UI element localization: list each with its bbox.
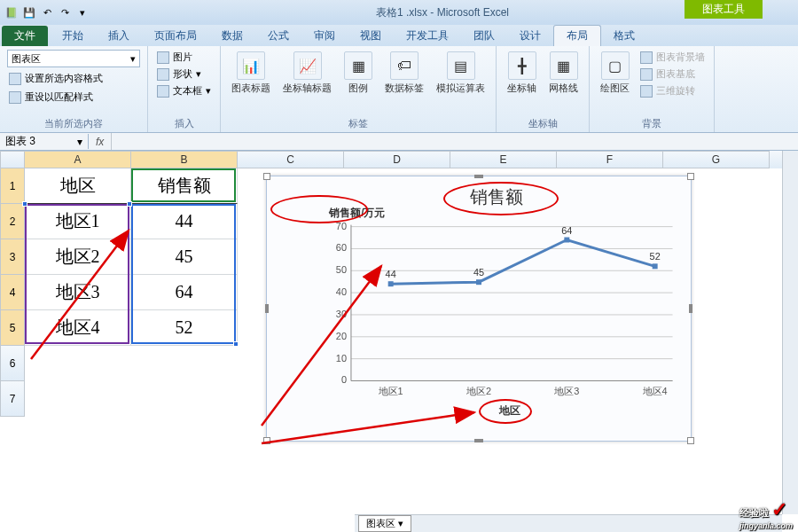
name-box[interactable]: 图表 3▾ (0, 134, 89, 149)
col-header-e[interactable]: E (450, 151, 557, 168)
group-label: 插入 (155, 115, 213, 130)
select-all-button[interactable] (0, 151, 25, 168)
tab-data[interactable]: 数据 (209, 26, 255, 46)
cell-b4[interactable]: 64 (131, 275, 238, 310)
tab-developer[interactable]: 开发工具 (394, 26, 461, 46)
title-bar: 📗 💾 ↶ ↷ ▾ 表格1 .xlsx - Microsoft Excel 图表… (0, 0, 798, 25)
dropdown-icon[interactable]: ▾ (77, 136, 82, 148)
excel-icon[interactable]: 📗 (4, 4, 20, 20)
save-icon[interactable]: 💾 (21, 4, 37, 20)
svg-text:60: 60 (336, 242, 347, 253)
cell-b1[interactable]: 销售额 (131, 168, 238, 204)
cell-b3[interactable]: 45 (131, 239, 238, 275)
axis-titles-button[interactable]: 📈坐标轴标题 (279, 50, 335, 97)
floor-icon (640, 68, 653, 81)
qat-dropdown-icon[interactable]: ▾ (74, 4, 90, 20)
col-header-f[interactable]: F (557, 151, 663, 168)
tab-team[interactable]: 团队 (461, 26, 507, 46)
chart-title-button[interactable]: 📊图表标题 (228, 50, 274, 97)
tab-insert[interactable]: 插入 (96, 26, 142, 46)
col-header-a[interactable]: A (25, 151, 131, 168)
plot-area-button[interactable]: ▢绘图区 (597, 50, 633, 97)
tab-view[interactable]: 视图 (348, 26, 394, 46)
row-header-6[interactable]: 6 (0, 346, 25, 381)
undo-icon[interactable]: ↶ (39, 4, 55, 20)
textbox-button[interactable]: 文本框▾ (155, 83, 213, 98)
row-header-3[interactable]: 3 (0, 239, 25, 275)
data-table-button[interactable]: ▤模拟运算表 (433, 50, 489, 97)
tab-formulas[interactable]: 公式 (255, 26, 301, 46)
ribbon: 图表区▾ 设置所选内容格式 重设以匹配样式 当前所选内容 图片 形状▾ 文本框▾… (0, 46, 798, 133)
selection-handle[interactable] (233, 341, 239, 347)
tab-file[interactable]: 文件 (2, 26, 48, 46)
row-headers: 1 2 3 4 5 6 7 (0, 168, 25, 417)
chart-element-selector[interactable]: 图表区▾ (7, 50, 140, 67)
chart-floor-button[interactable]: 图表基底 (638, 66, 707, 82)
cell-b2[interactable]: 44 (131, 204, 238, 239)
shapes-icon (157, 68, 169, 81)
tab-design[interactable]: 设计 (507, 26, 553, 46)
row-header-2[interactable]: 2 (0, 204, 25, 239)
col-header-b[interactable]: B (131, 151, 238, 168)
row-header-4[interactable]: 4 (0, 275, 25, 310)
gridlines-button[interactable]: ▦网格线 (545, 50, 582, 97)
resize-handle-n[interactable] (474, 175, 483, 178)
shapes-button[interactable]: 形状▾ (155, 66, 213, 82)
svg-text:70: 70 (336, 221, 347, 231)
svg-text:10: 10 (336, 353, 347, 364)
chart-title: 销售额 (469, 187, 523, 207)
row-header-1[interactable]: 1 (0, 168, 25, 204)
row-header-5[interactable]: 5 (0, 310, 25, 346)
resize-handle-ne[interactable] (687, 173, 694, 180)
resize-handle-se[interactable] (687, 437, 694, 444)
axes-button[interactable]: ╋坐标轴 (504, 50, 540, 97)
chart-wall-button[interactable]: 图表背景墙 (638, 50, 707, 65)
selection-handle[interactable] (22, 201, 27, 207)
svg-text:40: 40 (336, 286, 347, 297)
tab-layout[interactable]: 布局 (553, 25, 601, 46)
row-header-7[interactable]: 7 (0, 381, 25, 417)
check-icon: ✓ (771, 498, 787, 520)
fx-icon[interactable]: fx (89, 136, 111, 148)
cell-a3[interactable]: 地区2 (25, 239, 131, 275)
resize-handle-sw[interactable] (263, 437, 270, 444)
svg-rect-18 (388, 281, 394, 286)
rotation-3d-button[interactable]: 三维旋转 (638, 83, 707, 98)
cell-a2[interactable]: 地区1 (25, 204, 131, 239)
tab-review[interactable]: 审阅 (301, 26, 348, 46)
redo-icon[interactable]: ↷ (57, 4, 73, 20)
tab-format[interactable]: 格式 (601, 26, 647, 46)
cell-a4[interactable]: 地区3 (25, 275, 131, 310)
tab-page-layout[interactable]: 页面布局 (142, 26, 209, 46)
picture-button[interactable]: 图片 (155, 50, 213, 65)
chart-area-selector-button[interactable]: 图表区 ▾ (358, 515, 411, 532)
col-header-d[interactable]: D (344, 151, 450, 168)
resize-handle-e[interactable] (689, 304, 692, 313)
legend-icon: ▦ (344, 51, 372, 80)
reset-style-button[interactable]: 重设以匹配样式 (7, 90, 95, 105)
svg-text:20: 20 (336, 331, 347, 341)
col-header-c[interactable]: C (238, 151, 344, 168)
svg-rect-20 (564, 238, 569, 243)
tab-home[interactable]: 开始 (50, 26, 96, 46)
col-header-g[interactable]: G (663, 151, 770, 168)
data-series-line (391, 240, 655, 285)
x-axis-label: 地区 (498, 404, 520, 417)
selection-handle[interactable] (127, 201, 132, 207)
vertical-scrollbar[interactable] (782, 151, 798, 514)
data-table-icon: ▤ (447, 51, 475, 80)
cell-a5[interactable]: 地区4 (25, 310, 131, 346)
data-labels-button[interactable]: 🏷数据标签 (381, 50, 427, 97)
cell-a1[interactable]: 地区 (25, 168, 131, 204)
resize-handle-s[interactable] (474, 439, 483, 442)
embedded-chart[interactable]: 销售额 销售额/万元 0 10 20 30 40 50 60 70 (266, 176, 692, 442)
resize-handle-nw[interactable] (263, 173, 270, 180)
resize-handle-w[interactable] (265, 304, 269, 313)
formula-input[interactable] (111, 133, 798, 150)
cell-b5[interactable]: 52 (131, 310, 238, 346)
legend-button[interactable]: ▦图例 (340, 50, 376, 97)
reset-icon (9, 91, 21, 104)
chart-svg: 销售额 销售额/万元 0 10 20 30 40 50 60 70 (267, 176, 691, 441)
format-selection-button[interactable]: 设置所选内容格式 (7, 71, 105, 86)
group-axes: ╋坐标轴 ▦网格线 坐标轴 (497, 46, 590, 132)
